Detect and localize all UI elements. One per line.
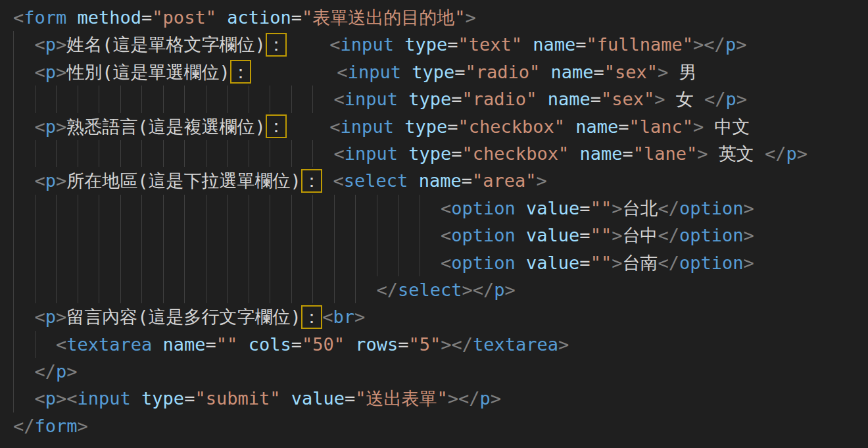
syntax-operator: = (591, 89, 601, 109)
syntax-punctuation: > (654, 89, 665, 109)
syntax-punctuation: </ (704, 34, 725, 55)
indent-guide (227, 222, 249, 249)
indent-guide (78, 276, 99, 303)
syntax-punctuation: </ (377, 280, 398, 300)
syntax-attribute: name (537, 89, 590, 109)
indent-guide (141, 222, 163, 249)
syntax-tag: option (451, 198, 516, 218)
indent-guide (270, 195, 291, 222)
syntax-punctuation: > (491, 388, 501, 409)
indent-guide (334, 276, 356, 303)
unicode-highlight-box: ： (230, 60, 252, 84)
indent-guide (334, 222, 356, 249)
code-line-13[interactable]: <textarea name="" cols="50" rows="5"></t… (13, 331, 868, 358)
indent-guide (184, 86, 206, 112)
syntax-punctuation: < (35, 62, 45, 82)
indent-guide (13, 195, 35, 222)
code-line-10[interactable]: <option value="">台南</option> (13, 249, 868, 276)
syntax-string: "sex" (601, 89, 654, 109)
syntax-tag: input (341, 34, 394, 55)
syntax-operator: = (454, 62, 465, 82)
syntax-punctuation: < (35, 388, 45, 409)
text-content: 男 (668, 62, 696, 82)
code-line-1[interactable]: <form method="post" action="表單送出的目的地"> (13, 4, 868, 31)
code-line-8[interactable]: <option value="">台北</option> (13, 195, 868, 222)
indent-guide (420, 195, 441, 222)
syntax-punctuation: > (697, 143, 708, 164)
text-content: 所在地區(這是下拉選單欄位) (66, 170, 301, 191)
syntax-tag: p (45, 116, 56, 137)
syntax-punctuation: </ (658, 198, 679, 218)
syntax-punctuation: > (536, 170, 546, 191)
code-line-6[interactable]: <input type="checkbox" name="lane"> 英文 <… (13, 140, 868, 167)
indent-guide (249, 276, 270, 303)
code-line-7[interactable]: <p>所在地區(這是下拉選單欄位)： <select name="area"> (13, 167, 868, 194)
syntax-string: "" (216, 334, 238, 355)
syntax-tag: option (679, 198, 744, 218)
syntax-attribute: name (569, 143, 622, 164)
syntax-attribute: value (280, 388, 345, 409)
text-content (287, 34, 329, 55)
syntax-string: "sex" (604, 62, 658, 82)
syntax-tag: input (345, 89, 398, 109)
syntax-string: "area" (472, 170, 537, 191)
syntax-punctuation: </ (13, 416, 35, 436)
indent-guide (312, 276, 334, 303)
syntax-punctuation: < (329, 34, 340, 55)
code-line-16[interactable]: </form> (13, 412, 868, 439)
code-line-15[interactable]: <p><input type="submit" value="送出表單"></p… (13, 385, 868, 412)
indent-guide (13, 86, 35, 112)
indent-guide (184, 222, 206, 249)
syntax-punctuation: </ (704, 89, 726, 109)
syntax-attribute: type (394, 116, 447, 137)
indent-guide (398, 195, 420, 222)
code-line-14[interactable]: </p> (13, 358, 868, 385)
text-content: 台北 (622, 198, 658, 218)
code-editor[interactable]: <form method="post" action="表單送出的目的地"><p… (0, 0, 868, 448)
syntax-string: "表單送出的目的地" (302, 7, 466, 28)
indent-guide (398, 222, 420, 249)
indent-guide (78, 249, 99, 276)
syntax-punctuation: </ (473, 280, 494, 300)
text-content: 女 (665, 89, 704, 109)
code-line-9[interactable]: <option value="">台中</option> (13, 222, 868, 249)
indent-guide (163, 249, 185, 276)
indent-guide (13, 59, 35, 86)
syntax-string: "submit" (195, 388, 280, 409)
syntax-attribute: action (216, 7, 291, 28)
text-content (287, 116, 329, 137)
indent-guide (120, 276, 142, 303)
indent-guide (35, 331, 57, 358)
syntax-tag: option (451, 253, 516, 273)
syntax-string: "radio" (465, 62, 540, 82)
syntax-string: "lane" (633, 143, 698, 164)
indent-guide (334, 249, 356, 276)
syntax-tag: p (45, 170, 56, 191)
code-line-5[interactable]: <p>熟悉語言(這是複選欄位)： <input type="checkbox" … (13, 113, 868, 140)
indent-guide (355, 222, 377, 249)
syntax-punctuation: > (56, 34, 66, 55)
code-line-2[interactable]: <p>姓名(這是單格文字欄位)： <input type="text" name… (13, 31, 868, 58)
syntax-tag: option (679, 253, 744, 273)
syntax-string: "" (591, 253, 612, 273)
indent-guide (35, 249, 57, 276)
code-line-11[interactable]: </select></p> (13, 276, 868, 303)
syntax-punctuation: > (558, 334, 569, 355)
indent-guide (13, 222, 35, 249)
syntax-tag: input (345, 143, 398, 164)
indent-guide (227, 195, 249, 222)
syntax-punctuation: > (743, 198, 754, 218)
code-line-3[interactable]: <p>性別(這是單選欄位)： <input type="radio" name=… (13, 59, 868, 86)
syntax-attribute: name (152, 334, 205, 355)
code-line-4[interactable]: <input type="radio" name="sex"> 女 </p> (13, 86, 868, 112)
syntax-punctuation: < (35, 170, 45, 191)
syntax-string: "50" (302, 334, 345, 355)
indent-guide (120, 222, 142, 249)
code-line-12[interactable]: <p>留言內容(這是多行文字欄位)：<br> (13, 303, 868, 330)
syntax-punctuation: > (56, 116, 66, 137)
syntax-punctuation: > (56, 62, 66, 82)
indent-guide (206, 195, 228, 222)
indent-guide (398, 249, 420, 276)
syntax-punctuation: > (354, 307, 365, 327)
syntax-operator: = (141, 7, 152, 28)
